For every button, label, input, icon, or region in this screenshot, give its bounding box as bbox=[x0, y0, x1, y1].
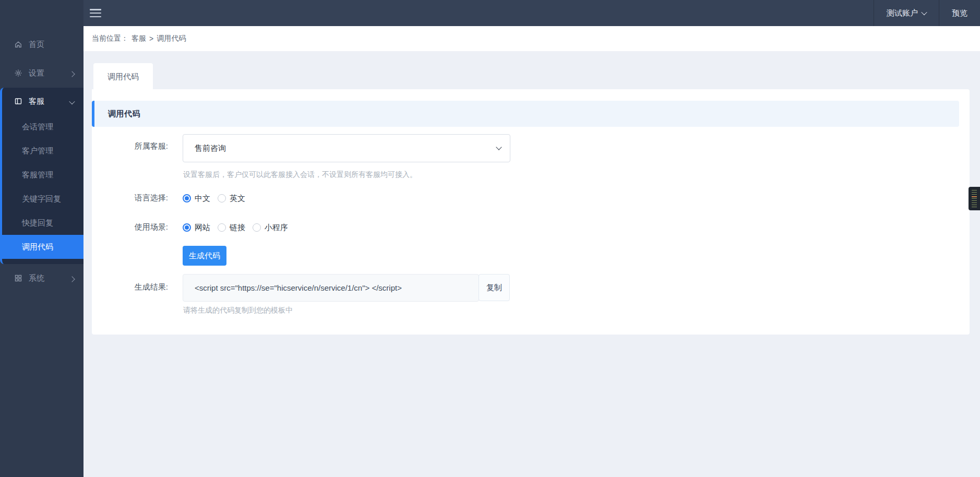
account-label: 测试账户 bbox=[887, 8, 918, 18]
sidebar-item-invoke-code[interactable]: 调用代码 bbox=[0, 235, 83, 259]
radio-english[interactable]: 英文 bbox=[218, 194, 245, 204]
generate-code-button[interactable]: 生成代码 bbox=[183, 246, 226, 266]
gear-icon bbox=[14, 69, 22, 77]
radio-unchecked-icon bbox=[253, 223, 261, 232]
floating-tab-stripes-icon bbox=[972, 190, 977, 207]
copy-button[interactable]: 复制 bbox=[479, 274, 510, 301]
chevron-down-icon bbox=[921, 9, 927, 15]
radio-miniprogram[interactable]: 小程序 bbox=[253, 223, 288, 233]
grid-icon bbox=[14, 274, 22, 282]
breadcrumb-current: 调用代码 bbox=[157, 34, 186, 43]
sidebar-item-quick-reply[interactable]: 快捷回复 bbox=[2, 211, 83, 235]
radio-website[interactable]: 网站 bbox=[183, 223, 210, 233]
scene-label: 使用场景: bbox=[92, 222, 168, 232]
account-dropdown[interactable]: 测试账户 bbox=[874, 0, 939, 26]
result-label: 生成结果: bbox=[92, 282, 168, 292]
sidebar-item-label: 客服 bbox=[29, 97, 44, 106]
select-value: 售前咨询 bbox=[195, 144, 226, 153]
sidebar-item-label: 首页 bbox=[29, 40, 44, 50]
topbar: 测试账户 预览 bbox=[83, 0, 980, 26]
sidebar-item-keyword-reply[interactable]: 关键字回复 bbox=[2, 187, 83, 211]
floating-tab-widget[interactable] bbox=[969, 187, 980, 210]
belong-service-hint: 设置客服后，客户仅可以此客服接入会话，不设置则所有客服均可接入。 bbox=[183, 170, 417, 180]
home-icon bbox=[14, 40, 22, 49]
language-label: 语言选择: bbox=[92, 193, 168, 203]
chevron-down-icon bbox=[70, 97, 74, 106]
sidebar-item-customer-mgmt[interactable]: 客户管理 bbox=[2, 139, 83, 163]
chevron-right-icon bbox=[70, 274, 74, 283]
belong-service-select[interactable]: 售前咨询 bbox=[183, 134, 510, 162]
sidebar-item-settings[interactable]: 设置 bbox=[0, 61, 83, 85]
radio-checked-icon bbox=[183, 223, 191, 232]
sidebar-item-label: 设置 bbox=[29, 68, 44, 78]
sidebar-item-service-mgmt[interactable]: 客服管理 bbox=[2, 163, 83, 187]
sidebar-item-home[interactable]: 首页 bbox=[0, 32, 83, 56]
select-arrow-icon bbox=[496, 144, 501, 150]
sidebar-item-service[interactable]: 客服 bbox=[2, 88, 83, 115]
chevron-right-icon bbox=[70, 69, 74, 78]
panel-header: 调用代码 bbox=[92, 101, 959, 127]
breadcrumb: 当前位置： 客服 > 调用代码 bbox=[83, 26, 980, 51]
menu-toggle-icon[interactable] bbox=[90, 9, 101, 17]
sidebar-item-system[interactable]: 系统 bbox=[0, 266, 83, 290]
radio-link[interactable]: 链接 bbox=[218, 223, 245, 233]
sidebar-item-session-mgmt[interactable]: 会话管理 bbox=[2, 115, 83, 139]
content-card: 调用代码 所属客服: 售前咨询 设置客服后，客户仅可以此客服接入会话，不设置则所… bbox=[92, 89, 970, 335]
radio-unchecked-icon bbox=[218, 194, 226, 202]
result-hint: 请将生成的代码复制到您的模板中 bbox=[183, 306, 293, 315]
scene-radio-group: 网站 链接 小程序 bbox=[183, 221, 288, 234]
language-radio-group: 中文 英文 bbox=[183, 192, 245, 205]
sidebar-item-label: 系统 bbox=[29, 273, 44, 283]
sidebar: 首页 设置 客服 会话管理 客户管理 客服管理 关键字回复 快捷回复 调用代码 … bbox=[0, 0, 83, 477]
breadcrumb-prefix: 当前位置： bbox=[92, 34, 128, 43]
belong-service-label: 所属客服: bbox=[92, 141, 168, 151]
result-code-field[interactable]: <script src="https://se="hicservice/n/se… bbox=[183, 274, 479, 302]
panel-icon bbox=[14, 97, 22, 105]
result-code-value: <script src="https://se="hicservice/n/se… bbox=[195, 283, 402, 292]
radio-unchecked-icon bbox=[218, 223, 226, 232]
breadcrumb-section[interactable]: 客服 bbox=[132, 34, 146, 43]
sidebar-group-service: 客服 会话管理 客户管理 客服管理 关键字回复 快捷回复 调用代码 bbox=[0, 88, 83, 264]
preview-button[interactable]: 预览 bbox=[939, 0, 980, 26]
radio-chinese[interactable]: 中文 bbox=[183, 194, 210, 204]
radio-checked-icon bbox=[183, 194, 191, 202]
breadcrumb-separator: > bbox=[149, 34, 153, 43]
tab-invoke-code[interactable]: 调用代码 bbox=[93, 63, 153, 90]
panel-title: 调用代码 bbox=[108, 109, 140, 119]
